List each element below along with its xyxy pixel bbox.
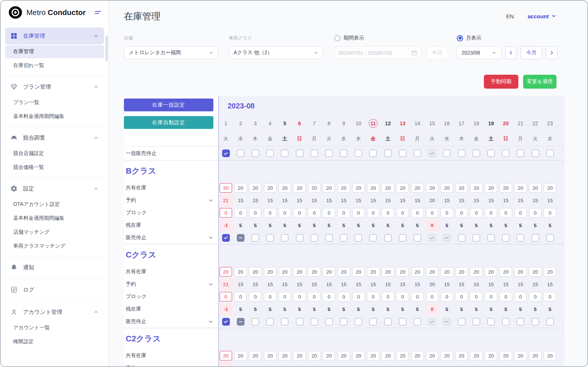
stop-checkbox[interactable]	[237, 149, 245, 157]
stop-checkbox[interactable]	[325, 234, 333, 242]
sidebar-item-competitor-1[interactable]: 競合価格一覧	[5, 161, 104, 174]
stop-checkbox[interactable]	[546, 149, 554, 157]
stop-checkbox[interactable]	[369, 318, 377, 326]
inventory-input[interactable]: 0	[323, 292, 335, 301]
sidebar-item-settings-0[interactable]: OTAアカウント設定	[5, 198, 104, 211]
inventory-input[interactable]: 0	[220, 208, 232, 218]
inventory-input[interactable]: 20	[234, 351, 247, 360]
inventory-input[interactable]: 0	[264, 208, 276, 218]
inventory-input[interactable]: 0	[338, 292, 350, 301]
sidebar-section-inventory[interactable]: 在庫管理	[5, 27, 104, 44]
stop-checkbox[interactable]	[340, 149, 348, 157]
next-month-button[interactable]	[546, 46, 558, 59]
stop-checkbox[interactable]	[428, 149, 436, 157]
stop-checkbox[interactable]	[325, 318, 333, 326]
inventory-input[interactable]: 0	[338, 208, 350, 218]
sidebar-item-plan-1[interactable]: 基本料金適用期間編集	[5, 110, 104, 123]
stop-checkbox[interactable]	[281, 149, 289, 157]
inventory-input[interactable]: 20	[220, 183, 232, 193]
inventory-input[interactable]: 0	[279, 208, 291, 218]
inventory-input[interactable]: 20	[234, 183, 247, 193]
inventory-input[interactable]: 20	[396, 183, 409, 193]
stop-checkbox[interactable]	[546, 234, 554, 242]
date-header-day[interactable]: 1	[218, 115, 233, 131]
stop-checkbox[interactable]	[222, 234, 230, 242]
stop-checkbox[interactable]	[487, 149, 495, 157]
stop-checkbox[interactable]	[458, 318, 466, 326]
inventory-input[interactable]: 20	[455, 351, 468, 360]
inventory-input[interactable]: 0	[485, 208, 497, 218]
date-header-day[interactable]: 21	[513, 115, 528, 131]
sidebar-item-account-0[interactable]: アカウント一覧	[5, 321, 104, 334]
stop-checkbox[interactable]	[473, 318, 480, 326]
inventory-input[interactable]: 20	[293, 267, 306, 277]
sidebar-item-settings-3[interactable]: 車両クラスマッチング	[5, 240, 104, 253]
inventory-input[interactable]: 0	[308, 208, 320, 218]
inventory-input[interactable]: 0	[544, 292, 556, 301]
sidebar-item-plan-0[interactable]: プラン一覧	[5, 96, 104, 109]
inventory-input[interactable]: 20	[396, 267, 409, 277]
date-header-day[interactable]: 8	[321, 115, 336, 131]
date-header-day[interactable]: 19	[484, 115, 498, 131]
account-menu[interactable]: account	[528, 13, 556, 20]
stop-checkbox[interactable]	[458, 149, 466, 157]
inventory-input[interactable]: 20	[455, 267, 468, 277]
stop-checkbox[interactable]	[532, 318, 539, 326]
inventory-input[interactable]: 0	[352, 208, 365, 218]
stop-checkbox[interactable]	[266, 234, 274, 242]
inventory-input[interactable]: 0	[485, 292, 497, 301]
stop-checkbox[interactable]	[399, 318, 407, 326]
inventory-input[interactable]: 20	[514, 267, 527, 277]
inventory-input[interactable]: 20	[455, 183, 468, 193]
stop-checkbox[interactable]	[310, 318, 318, 326]
inventory-input[interactable]: 20	[338, 267, 350, 277]
inventory-input[interactable]: 20	[426, 351, 438, 360]
inventory-input[interactable]: 20	[382, 267, 394, 277]
inventory-input[interactable]: 0	[382, 208, 394, 218]
inventory-input[interactable]: 0	[234, 208, 247, 218]
stop-checkbox[interactable]	[502, 318, 510, 326]
chevron-down-icon[interactable]	[208, 281, 214, 287]
inventory-input[interactable]: 20	[411, 351, 424, 360]
stop-checkbox[interactable]	[458, 234, 466, 242]
date-header-day[interactable]: 11	[366, 115, 381, 131]
sidebar-section-competitor[interactable]: 競合調査	[5, 129, 104, 146]
prev-month-button[interactable]	[505, 46, 517, 59]
stop-checkbox[interactable]	[251, 149, 259, 157]
inventory-input[interactable]: 20	[441, 267, 453, 277]
stop-checkbox[interactable]	[354, 234, 362, 242]
chevron-down-icon[interactable]	[208, 365, 214, 366]
stop-checkbox[interactable]	[384, 318, 392, 326]
inventory-input[interactable]: 0	[279, 292, 291, 301]
inventory-input[interactable]: 20	[367, 351, 379, 360]
inventory-input[interactable]: 0	[264, 292, 276, 301]
chevron-down-icon[interactable]	[208, 235, 214, 241]
inventory-input[interactable]: 20	[264, 183, 276, 193]
inventory-input[interactable]: 20	[426, 183, 438, 193]
stop-checkbox[interactable]	[414, 318, 421, 326]
stop-checkbox[interactable]	[487, 318, 495, 326]
inventory-input[interactable]: 20	[411, 267, 424, 277]
inventory-input[interactable]: 0	[426, 292, 438, 301]
inventory-input[interactable]: 20	[500, 183, 512, 193]
stop-checkbox[interactable]	[399, 234, 407, 242]
sidebar-item-competitor-0[interactable]: 競合店舗設定	[5, 147, 104, 160]
inventory-input[interactable]: 20	[529, 267, 541, 277]
stop-checkbox[interactable]	[443, 149, 451, 157]
stop-checkbox[interactable]	[251, 234, 259, 242]
stop-checkbox[interactable]	[340, 234, 348, 242]
inventory-input[interactable]: 0	[514, 208, 527, 218]
inventory-input[interactable]: 20	[441, 183, 453, 193]
inventory-input[interactable]: 20	[485, 183, 497, 193]
stop-checkbox[interactable]	[546, 318, 554, 326]
inventory-input[interactable]: 20	[234, 267, 247, 277]
inventory-input[interactable]: 0	[426, 208, 438, 218]
inventory-input[interactable]: 0	[529, 292, 541, 301]
manual-sync-button[interactable]: 手動同期	[484, 75, 518, 89]
inventory-input[interactable]: 0	[514, 292, 527, 301]
inventory-input[interactable]: 0	[500, 208, 512, 218]
inventory-input[interactable]: 20	[338, 351, 350, 360]
inventory-input[interactable]: 20	[441, 351, 453, 360]
stop-checkbox[interactable]	[296, 318, 304, 326]
inventory-input[interactable]: 20	[500, 351, 512, 360]
